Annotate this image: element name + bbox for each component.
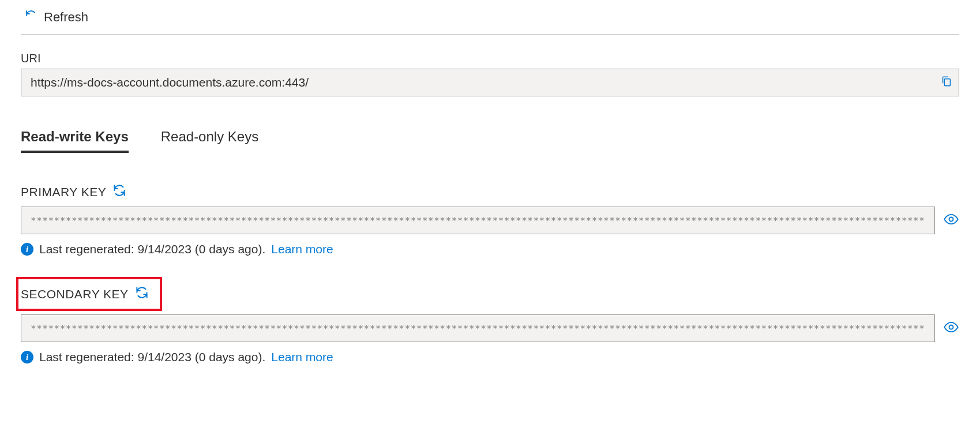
regenerate-secondary-key-button[interactable]: [134, 285, 149, 303]
eye-icon: [943, 211, 959, 230]
uri-label: URI: [21, 52, 959, 65]
secondary-key-input[interactable]: [29, 323, 926, 335]
tab-read-write-keys[interactable]: Read-write Keys: [21, 129, 129, 153]
copy-icon[interactable]: [940, 75, 953, 91]
secondary-key-info-text: Last regenerated: 9/14/2023 (0 days ago)…: [39, 350, 265, 364]
primary-key-learn-more-link[interactable]: Learn more: [271, 242, 333, 256]
regenerate-primary-key-button[interactable]: [112, 183, 127, 201]
secondary-key-textbox: [21, 314, 935, 342]
show-secondary-key-button[interactable]: [943, 319, 959, 338]
uri-textbox: [21, 69, 959, 96]
secondary-key-learn-more-link[interactable]: Learn more: [271, 350, 333, 364]
refresh-label: Refresh: [44, 10, 88, 25]
primary-key-textbox: [21, 207, 935, 234]
primary-key-input[interactable]: [29, 215, 926, 227]
uri-input[interactable]: [29, 75, 951, 90]
eye-icon: [943, 319, 959, 338]
secondary-key-row: [21, 314, 959, 342]
show-primary-key-button[interactable]: [943, 211, 959, 230]
tab-read-only-keys[interactable]: Read-only Keys: [161, 129, 258, 153]
refresh-icon: [24, 9, 38, 26]
info-icon: i: [21, 351, 33, 363]
primary-key-label: PRIMARY KEY: [21, 185, 106, 199]
regenerate-icon: [112, 183, 127, 201]
info-icon: i: [21, 243, 33, 256]
command-bar: Refresh: [21, 0, 959, 35]
primary-key-info: i Last regenerated: 9/14/2023 (0 days ag…: [21, 242, 959, 256]
svg-point-2: [949, 325, 953, 329]
uri-row: [21, 69, 959, 96]
secondary-key-label-row: SECONDARY KEY: [18, 279, 160, 309]
svg-point-1: [949, 217, 953, 221]
key-tabs: Read-write Keys Read-only Keys: [21, 129, 959, 153]
regenerate-icon: [134, 285, 149, 303]
secondary-key-label: SECONDARY KEY: [21, 287, 129, 301]
primary-key-label-row: PRIMARY KEY: [21, 183, 127, 201]
primary-key-info-text: Last regenerated: 9/14/2023 (0 days ago)…: [39, 242, 265, 256]
secondary-key-info: i Last regenerated: 9/14/2023 (0 days ag…: [21, 350, 959, 364]
svg-rect-0: [944, 79, 950, 86]
primary-key-row: [21, 207, 959, 234]
refresh-button[interactable]: Refresh: [21, 6, 92, 28]
